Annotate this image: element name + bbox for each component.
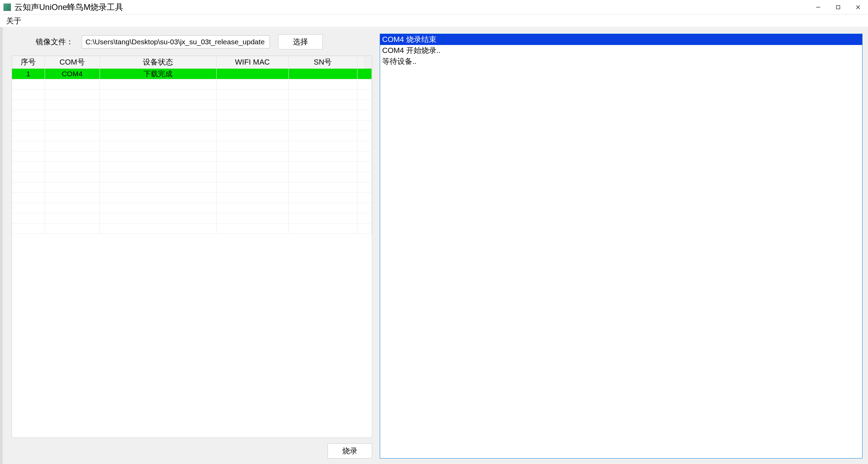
cell-empty — [288, 110, 357, 120]
cell-empty — [357, 213, 372, 223]
cell-empty — [100, 192, 216, 203]
cell-empty — [357, 131, 372, 141]
table-row[interactable] — [12, 131, 372, 141]
table-row[interactable] — [12, 110, 372, 120]
image-file-row: 镜像文件： 选择 — [36, 34, 372, 49]
col-header-wifimac[interactable]: WIFI MAC — [216, 56, 288, 68]
window-left-edge — [0, 19, 3, 464]
cell-empty — [288, 182, 357, 192]
table-row[interactable] — [12, 89, 372, 100]
cell-empty — [12, 213, 45, 223]
cell-empty — [12, 223, 45, 234]
device-table: 序号 COM号 设备状态 WIFI MAC SN号 1COM4下载完成 — [12, 56, 372, 234]
table-row[interactable] — [12, 79, 372, 89]
flash-button-row: 烧录 — [12, 443, 372, 459]
window-controls — [808, 0, 868, 14]
flash-button[interactable]: 烧录 — [328, 443, 372, 459]
cell-empty — [12, 100, 45, 110]
cell-empty — [100, 223, 216, 234]
cell-empty — [357, 141, 372, 151]
menubar: 关于 — [0, 14, 868, 27]
log-panel[interactable]: COM4 烧录结束COM4 开始烧录..等待设备.. — [380, 34, 863, 459]
table-row[interactable] — [12, 151, 372, 161]
cell-empty — [12, 203, 45, 213]
cell-empty — [45, 100, 100, 110]
cell-com: COM4 — [45, 68, 100, 79]
table-row[interactable] — [12, 192, 372, 203]
cell-empty — [12, 161, 45, 172]
table-row[interactable] — [12, 203, 372, 213]
maximize-button[interactable] — [828, 0, 848, 14]
table-row[interactable] — [12, 172, 372, 182]
cell-empty — [12, 79, 45, 89]
cell-empty — [45, 89, 100, 100]
cell-empty — [12, 120, 45, 131]
cell-empty — [216, 192, 288, 203]
log-line[interactable]: COM4 开始烧录.. — [380, 45, 862, 56]
cell-empty — [100, 161, 216, 172]
cell-empty — [45, 161, 100, 172]
cell-empty — [288, 100, 357, 110]
cell-empty — [216, 89, 288, 100]
cell-empty — [12, 131, 45, 141]
cell-empty — [288, 213, 357, 223]
col-header-index[interactable]: 序号 — [12, 56, 45, 68]
cell-empty — [288, 151, 357, 161]
cell-empty — [100, 182, 216, 192]
cell-empty — [216, 223, 288, 234]
cell-empty — [216, 120, 288, 131]
cell-empty — [45, 120, 100, 131]
cell-empty — [12, 172, 45, 182]
cell-empty — [100, 151, 216, 161]
cell-empty — [288, 223, 357, 234]
log-line[interactable]: 等待设备.. — [380, 56, 862, 67]
cell-empty — [100, 203, 216, 213]
cell-empty — [357, 120, 372, 131]
image-file-input[interactable] — [82, 35, 270, 48]
table-scroll-stub[interactable] — [364, 56, 372, 68]
table-row[interactable] — [12, 223, 372, 234]
cell-empty — [357, 161, 372, 172]
cell-empty — [288, 79, 357, 89]
cell-sn — [288, 68, 357, 79]
table-row[interactable]: 1COM4下载完成 — [12, 68, 372, 79]
col-header-com[interactable]: COM号 — [45, 56, 100, 68]
table-row[interactable] — [12, 213, 372, 223]
cell-empty — [45, 172, 100, 182]
cell-empty — [357, 89, 372, 100]
cell-empty — [12, 192, 45, 203]
cell-empty — [45, 110, 100, 120]
minimize-button[interactable] — [808, 0, 828, 14]
cell-empty — [216, 110, 288, 120]
table-row[interactable] — [12, 182, 372, 192]
device-table-container: 序号 COM号 设备状态 WIFI MAC SN号 1COM4下载完成 — [12, 56, 372, 438]
cell-empty — [100, 100, 216, 110]
cell-empty — [100, 79, 216, 89]
cell-wifi_mac — [216, 68, 288, 79]
cell-empty — [288, 131, 357, 141]
cell-empty — [216, 161, 288, 172]
cell-empty — [100, 213, 216, 223]
left-panel: 镜像文件： 选择 序号 COM号 设备状态 WIFI MAC SN号 — [12, 34, 372, 459]
cell-empty — [357, 151, 372, 161]
col-header-sn[interactable]: SN号 — [288, 56, 357, 68]
cell-empty — [45, 203, 100, 213]
cell-empty — [216, 203, 288, 213]
table-row[interactable] — [12, 141, 372, 151]
cell-empty — [12, 182, 45, 192]
col-header-status[interactable]: 设备状态 — [100, 56, 216, 68]
menu-about[interactable]: 关于 — [3, 14, 24, 27]
browse-button[interactable]: 选择 — [278, 34, 323, 49]
cell-empty — [45, 182, 100, 192]
svg-rect-1 — [836, 5, 840, 9]
image-file-label: 镜像文件： — [36, 37, 73, 47]
table-row[interactable] — [12, 120, 372, 131]
table-row[interactable] — [12, 161, 372, 172]
cell-empty — [45, 79, 100, 89]
log-line[interactable]: COM4 烧录结束 — [380, 34, 862, 45]
close-button[interactable] — [848, 0, 868, 14]
cell-empty — [45, 223, 100, 234]
cell-empty — [288, 89, 357, 100]
table-row[interactable] — [12, 100, 372, 110]
cell-empty — [12, 141, 45, 151]
